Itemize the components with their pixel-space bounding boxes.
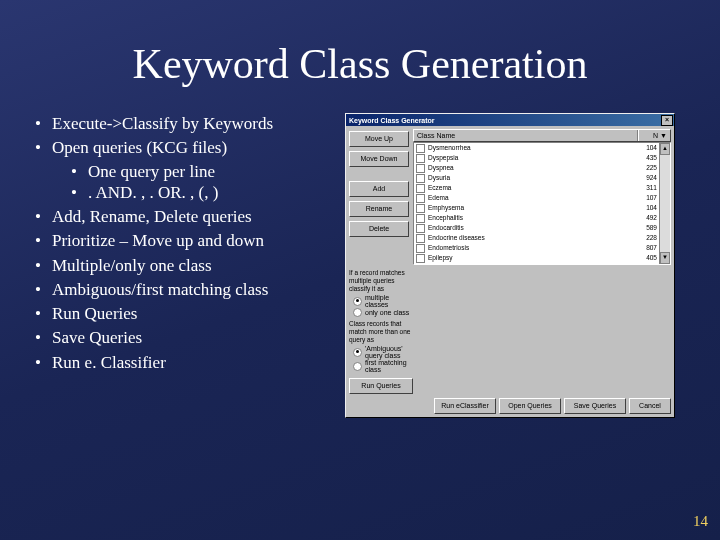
- row-count: 435: [635, 153, 657, 163]
- radio-first-matching[interactable]: first matching class: [349, 359, 413, 373]
- list-row[interactable]: Dyspepsia435: [414, 153, 659, 163]
- bullet-item: Run e. Classifier: [30, 352, 330, 373]
- radio-ambiguous[interactable]: 'Ambiguous' query class: [349, 345, 413, 359]
- row-name: Esophagitis: [428, 263, 635, 264]
- bullet-text: Save Queries: [52, 328, 142, 347]
- radio-label: first matching class: [365, 359, 413, 373]
- radio-icon: [353, 362, 362, 371]
- row-count: 225: [635, 163, 657, 173]
- row-count: 405: [635, 253, 657, 263]
- bullet-item: Open queries (KCG files) One query per l…: [30, 137, 330, 203]
- checkbox-icon[interactable]: [416, 154, 425, 163]
- radio-label: 'Ambiguous' query class: [365, 345, 413, 359]
- cancel-button[interactable]: Cancel: [629, 398, 671, 414]
- list-row[interactable]: Dysmenorrhea104: [414, 143, 659, 153]
- list-box[interactable]: Dysmenorrhea104Dyspepsia435Dyspnea225Dys…: [413, 142, 671, 265]
- list-row[interactable]: Endometriosis807: [414, 243, 659, 253]
- run-queries-button[interactable]: Run Queries: [349, 378, 413, 394]
- row-count: 492: [635, 213, 657, 223]
- class-list: Class Name N ▼ Dysmenorrhea104Dyspepsia4…: [413, 129, 671, 265]
- checkbox-icon[interactable]: [416, 184, 425, 193]
- bullet-text: . AND. , . OR. , (, ): [88, 183, 218, 202]
- list-row[interactable]: Encephalitis492: [414, 213, 659, 223]
- row-count: 807: [635, 243, 657, 253]
- checkbox-icon[interactable]: [416, 204, 425, 213]
- radio-only-one-class[interactable]: only one class: [349, 308, 413, 317]
- bullet-subitem: One query per line: [66, 161, 330, 182]
- rename-button[interactable]: Rename: [349, 201, 409, 217]
- close-icon[interactable]: ×: [661, 115, 673, 126]
- row-count: 311: [635, 183, 657, 193]
- row-name: Dyspepsia: [428, 153, 635, 163]
- row-name: Dysuria: [428, 173, 635, 183]
- checkbox-icon[interactable]: [416, 234, 425, 243]
- radio-icon: [353, 348, 362, 357]
- checkbox-icon[interactable]: [416, 144, 425, 153]
- radio-multiple-classes[interactable]: multiple classes: [349, 294, 413, 308]
- bullet-text: One query per line: [88, 162, 215, 181]
- row-name: Epilepsy: [428, 253, 635, 263]
- bullet-text: Run e. Classifier: [52, 353, 166, 372]
- list-row[interactable]: Esophagitis928: [414, 263, 659, 264]
- list-header[interactable]: Class Name N ▼: [413, 129, 671, 142]
- scroll-up-icon[interactable]: ▲: [660, 143, 670, 155]
- list-content: Dysmenorrhea104Dyspepsia435Dyspnea225Dys…: [414, 143, 659, 264]
- content-columns: Execute->Classify by Keywords Open queri…: [30, 113, 690, 418]
- radio-label: only one class: [365, 309, 409, 316]
- save-queries-button[interactable]: Save Queries: [564, 398, 626, 414]
- bullet-text: Add, Rename, Delete queries: [52, 207, 252, 226]
- row-count: 104: [635, 203, 657, 213]
- checkbox-icon[interactable]: [416, 174, 425, 183]
- checkbox-icon[interactable]: [416, 254, 425, 263]
- dialog-body: Move Up Move Down Add Rename Delete Clas…: [346, 126, 674, 417]
- list-row[interactable]: Endocrine diseases228: [414, 233, 659, 243]
- checkbox-icon[interactable]: [416, 224, 425, 233]
- list-row[interactable]: Edema107: [414, 193, 659, 203]
- open-queries-button[interactable]: Open Queries: [499, 398, 561, 414]
- checkbox-icon[interactable]: [416, 244, 425, 253]
- delete-button[interactable]: Delete: [349, 221, 409, 237]
- list-row[interactable]: Emphysema104: [414, 203, 659, 213]
- radio-icon: [353, 297, 362, 306]
- row-count: 104: [635, 143, 657, 153]
- option-label-2: Class records that match more than one q…: [349, 320, 413, 344]
- row-name: Endocrine diseases: [428, 233, 635, 243]
- row-name: Eczema: [428, 183, 635, 193]
- checkbox-icon[interactable]: [416, 164, 425, 173]
- row-count: 928: [635, 263, 657, 264]
- options-panel: If a record matches multiple queries cla…: [349, 269, 413, 394]
- row-name: Endocarditis: [428, 223, 635, 233]
- bullet-item: Execute->Classify by Keywords: [30, 113, 330, 134]
- dialog-title: Keyword Class Generator: [349, 117, 435, 124]
- titlebar[interactable]: Keyword Class Generator ×: [346, 114, 674, 126]
- list-row[interactable]: Eczema311: [414, 183, 659, 193]
- checkbox-icon[interactable]: [416, 214, 425, 223]
- page-number: 14: [693, 513, 708, 530]
- bullet-item: Multiple/only one class: [30, 255, 330, 276]
- move-down-button[interactable]: Move Down: [349, 151, 409, 167]
- scrollbar[interactable]: ▲ ▼: [659, 143, 670, 264]
- list-row[interactable]: Epilepsy405: [414, 253, 659, 263]
- add-button[interactable]: Add: [349, 181, 409, 197]
- row-name: Dyspnea: [428, 163, 635, 173]
- option-label-1: If a record matches multiple queries cla…: [349, 269, 413, 293]
- bullet-item: Save Queries: [30, 327, 330, 348]
- bullet-list: Execute->Classify by Keywords Open queri…: [30, 113, 330, 418]
- header-classname[interactable]: Class Name: [414, 130, 638, 141]
- list-row[interactable]: Dyspnea225: [414, 163, 659, 173]
- bullet-subitem: . AND. , . OR. , (, ): [66, 182, 330, 203]
- row-name: Edema: [428, 193, 635, 203]
- bullet-text: Prioritize – Move up and down: [52, 231, 264, 250]
- row-name: Endometriosis: [428, 243, 635, 253]
- run-eclassifier-button[interactable]: Run eClassifier: [434, 398, 496, 414]
- scroll-down-icon[interactable]: ▼: [660, 252, 670, 264]
- list-row[interactable]: Endocarditis589: [414, 223, 659, 233]
- bullet-item: Run Queries: [30, 303, 330, 324]
- footer-buttons: Run eClassifier Open Queries Save Querie…: [349, 398, 671, 414]
- row-name: Emphysema: [428, 203, 635, 213]
- checkbox-icon[interactable]: [416, 194, 425, 203]
- move-up-button[interactable]: Move Up: [349, 131, 409, 147]
- bullet-text: Run Queries: [52, 304, 137, 323]
- list-row[interactable]: Dysuria924: [414, 173, 659, 183]
- header-count[interactable]: N ▼: [638, 130, 670, 141]
